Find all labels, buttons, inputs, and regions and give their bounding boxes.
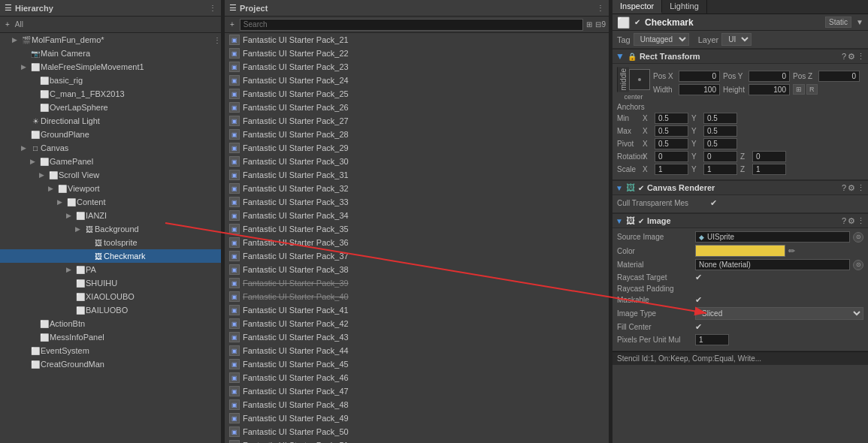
raycast-target-check[interactable]: ✔: [695, 273, 702, 282]
hierarchy-plus-btn[interactable]: +: [3, 20, 12, 29]
expand-arrow[interactable]: ▶: [21, 144, 30, 152]
project-item[interactable]: ▣ Fantastic UI Starter Pack_50: [225, 425, 609, 438]
project-item[interactable]: ▣ Fantastic UI Starter Pack_36: [225, 236, 609, 249]
project-item[interactable]: ▣ Fantastic UI Starter Pack_35: [225, 222, 609, 236]
project-item[interactable]: ▣ Fantastic UI Starter Pack_30: [225, 155, 609, 168]
project-item[interactable]: ▣ Fantastic UI Starter Pack_32: [225, 182, 609, 195]
project-item[interactable]: ▣ Fantastic UI Starter Pack_38: [225, 263, 609, 276]
image-help-icon[interactable]: ?: [842, 216, 846, 226]
project-item[interactable]: ▣ Fantastic UI Starter Pack_24: [225, 74, 609, 87]
anchor-min-x[interactable]: [655, 113, 688, 124]
tag-dropdown[interactable]: Untagged: [634, 33, 689, 46]
hierarchy-item-bailoubo[interactable]: ⬜BAILUOBO: [0, 303, 221, 317]
posy-field[interactable]: [749, 71, 790, 82]
image-section-header[interactable]: ▼ 🖼 ✔ Image ? ⚙ ⋮: [612, 213, 868, 228]
project-item[interactable]: ▣ Fantastic UI Starter Pack_39: [225, 276, 609, 290]
project-item[interactable]: ▣ Fantastic UI Starter Pack_41: [225, 303, 609, 317]
scale-z[interactable]: [752, 164, 786, 175]
hierarchy-item-background[interactable]: ▶🖼Background: [0, 222, 221, 236]
hierarchy-item-overlap[interactable]: ⬜OverLapSphere: [0, 101, 221, 114]
posz-field[interactable]: [818, 71, 860, 82]
hierarchy-item-cman[interactable]: ⬜C_man_1_FBX2013: [0, 87, 221, 101]
canvas-help-icon[interactable]: ?: [842, 183, 846, 193]
hierarchy-item-shuihu[interactable]: ⬜SHUIHU: [0, 276, 221, 290]
pivot-y[interactable]: [703, 138, 737, 149]
static-dropdown-btn[interactable]: Static: [825, 17, 851, 28]
hierarchy-item-canvas[interactable]: ▶□Canvas: [0, 141, 221, 155]
maskable-check[interactable]: ✔: [695, 295, 702, 305]
posx-field[interactable]: [679, 71, 720, 82]
expand-arrow[interactable]: ▶: [12, 36, 21, 44]
hierarchy-item-dirlight[interactable]: ☀Directional Light: [0, 114, 221, 128]
hierarchy-item-content[interactable]: ▶⬜Content: [0, 195, 221, 209]
rotation-y[interactable]: [703, 151, 737, 162]
expand-arrow[interactable]: ▶: [57, 198, 66, 206]
width-field[interactable]: [679, 84, 720, 95]
hierarchy-item-actionbtn[interactable]: ⬜ActionBtn: [0, 317, 221, 330]
project-item[interactable]: ▣ Fantastic UI Starter Pack_33: [225, 195, 609, 209]
canvas-menu-icon[interactable]: ⋮: [857, 183, 865, 193]
project-hamburger-icon[interactable]: ☰: [229, 3, 237, 13]
project-item[interactable]: ▣ Fantastic UI Starter Pack_25: [225, 87, 609, 101]
constraint-btn-1[interactable]: ⊞: [793, 84, 805, 95]
project-item[interactable]: ▣ Fantastic UI Starter Pack_42: [225, 317, 609, 330]
rect-help-icon[interactable]: ?: [842, 52, 846, 62]
project-item[interactable]: ▣ Fantastic UI Starter Pack_40: [225, 290, 609, 303]
image-check[interactable]: ✔: [638, 217, 644, 225]
hierarchy-item-maincam[interactable]: 📷Main Camera: [0, 47, 221, 60]
expand-arrow[interactable]: ▶: [21, 63, 30, 71]
project-item[interactable]: ▣ Fantastic UI Starter Pack_46: [225, 371, 609, 384]
project-item[interactable]: ▣ Fantastic UI Starter Pack_34: [225, 209, 609, 222]
project-item[interactable]: ▣ Fantastic UI Starter Pack_29: [225, 141, 609, 155]
hierarchy-item-checkmark[interactable]: 🖼Checkmark: [0, 249, 221, 263]
color-swatch[interactable]: [695, 245, 785, 257]
object-name[interactable]: Checkmark: [645, 17, 821, 28]
pixels-per-unit-field[interactable]: [695, 334, 729, 345]
hierarchy-item-ianzi[interactable]: ▶⬜IANZI: [0, 209, 221, 222]
image-settings-icon[interactable]: ⚙: [848, 216, 855, 226]
project-item[interactable]: ▣ Fantastic UI Starter Pack_22: [225, 47, 609, 60]
scale-x[interactable]: [655, 164, 688, 175]
anchor-max-x[interactable]: [655, 125, 688, 137]
height-field[interactable]: [749, 84, 790, 95]
project-item[interactable]: ▣ Fantastic UI Starter Pack_51: [225, 438, 609, 443]
project-item[interactable]: ▣ Fantastic UI Starter Pack_23: [225, 60, 609, 74]
expand-arrow[interactable]: ▶: [66, 212, 75, 219]
project-item[interactable]: ▣ Fantastic UI Starter Pack_43: [225, 330, 609, 344]
hierarchy-item-xiaoloubo[interactable]: ⬜XIAOLOUBO: [0, 290, 221, 303]
project-item[interactable]: ▣ Fantastic UI Starter Pack_48: [225, 398, 609, 411]
hierarchy-item-gamepanel[interactable]: ▶⬜GamePanel: [0, 155, 221, 168]
rotation-x[interactable]: [655, 151, 688, 162]
hierarchy-item-groundplane[interactable]: ⬜GroundPlane: [0, 128, 221, 141]
checkbox-icon[interactable]: ✔: [634, 18, 640, 26]
expand-arrow[interactable]: ▶: [30, 158, 39, 165]
rotation-z[interactable]: [752, 151, 786, 162]
hamburger-icon[interactable]: ☰: [5, 3, 12, 13]
rect-menu-icon[interactable]: ⋮: [857, 52, 865, 62]
static-arrow-icon[interactable]: ▼: [856, 18, 863, 26]
rect-settings-icon[interactable]: ⚙: [848, 52, 855, 62]
project-item[interactable]: ▣ Fantastic UI Starter Pack_44: [225, 344, 609, 357]
anchor-grid[interactable]: [629, 69, 650, 90]
canvas-renderer-header[interactable]: ▼ 🖼 ✔ Canvas Renderer ? ⚙ ⋮: [612, 180, 868, 195]
canvas-settings-icon[interactable]: ⚙: [848, 183, 855, 193]
project-menu-icon[interactable]: ⋮: [597, 4, 604, 12]
source-image-picker-btn[interactable]: ⊙: [853, 232, 863, 243]
hierarchy-item-molfamfun[interactable]: ▶🎬MolFamFun_demo*⋮: [0, 33, 221, 47]
anchor-min-y[interactable]: [703, 113, 737, 124]
project-search-input[interactable]: [240, 19, 584, 31]
hierarchy-item-pa[interactable]: ▶⬜PA: [0, 263, 221, 276]
expand-arrow[interactable]: ▶: [75, 225, 84, 233]
project-item[interactable]: ▣ Fantastic UI Starter Pack_28: [225, 128, 609, 141]
hierarchy-item-viewport[interactable]: ▶⬜Viewport: [0, 182, 221, 195]
hierarchy-item-messinfo[interactable]: ⬜MessInfoPanel: [0, 330, 221, 344]
expand-arrow[interactable]: ▶: [39, 171, 48, 179]
hierarchy-menu-icon[interactable]: ⋮: [209, 4, 216, 12]
hierarchy-item-scrollview[interactable]: ▶⬜Scroll View: [0, 168, 221, 182]
expand-arrow[interactable]: ▶: [66, 266, 75, 273]
fill-center-check[interactable]: ✔: [695, 322, 702, 332]
canvas-check-icon[interactable]: ✔: [638, 184, 644, 192]
scale-y[interactable]: [703, 164, 737, 175]
project-item[interactable]: ▣ Fantastic UI Starter Pack_37: [225, 249, 609, 263]
project-item[interactable]: ▣ Fantastic UI Starter Pack_49: [225, 411, 609, 425]
